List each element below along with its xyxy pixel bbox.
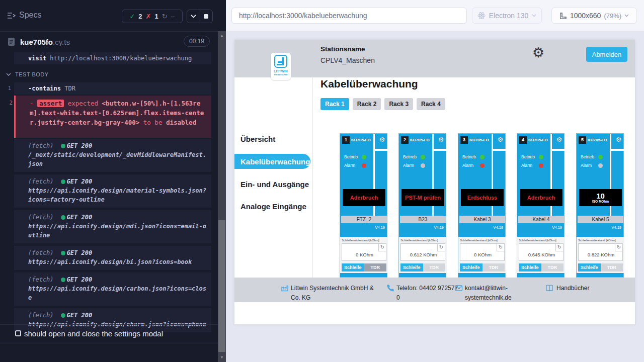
refresh-icon[interactable]: ↻ — [378, 244, 386, 251]
device-card-2: 2 KÜ705-FO ⚙ Betrieb Alarm PST-M prüfen … — [398, 133, 446, 278]
sidebar-item-kabelueberwachung[interactable]: Kabelüberwachung — [234, 154, 310, 169]
command-visit[interactable]: 1 visit http://localhost:3000/kabelueber… — [14, 52, 211, 64]
fetch-label: (fetch) — [28, 142, 54, 149]
book-icon — [545, 284, 553, 292]
collapse-button[interactable] — [187, 10, 200, 23]
spec-name: kue705fo — [20, 38, 53, 46]
page-title: Kabelüberwachung — [320, 78, 418, 90]
card-gear-icon[interactable]: ⚙ — [553, 136, 565, 143]
browser-name: Electron 130 — [489, 12, 529, 20]
app-footer: Littwin Systemtechnik GmbH & Co. KG Tele… — [234, 278, 635, 302]
sidebar-item-uebersicht[interactable]: Übersicht — [240, 135, 275, 143]
alarm-led — [362, 163, 366, 168]
tab-rack-3[interactable]: Rack 3 — [384, 98, 413, 110]
schleife-button[interactable]: Schleife — [578, 263, 601, 272]
network-log: (fetch)GET 200 /_next/static/development… — [14, 139, 211, 335]
betrieb-led — [598, 155, 603, 159]
assert-dash: - — [30, 100, 34, 107]
pending-test-row[interactable]: should open and close the settings modal — [0, 325, 218, 343]
tdr-button[interactable]: TDR — [423, 263, 446, 272]
fetch-log-row[interactable]: (fetch)GET 200 https://api.iconify.desig… — [14, 174, 211, 208]
pending-count: -- — [171, 13, 175, 20]
reporter-scrollbar[interactable]: ▴ ▾ — [218, 31, 226, 362]
command-assert-failed[interactable]: 2 - assert expected <button.w-[50%].h-[1… — [14, 96, 211, 138]
fetch-label: (fetch) — [28, 312, 54, 319]
fetch-log-row[interactable]: (fetch)GET 200 https://api.iconify.desig… — [14, 273, 211, 306]
card-gear-icon[interactable]: ⚙ — [435, 136, 447, 143]
command-number: 2 — [6, 98, 13, 108]
test-body-label: TEST BODY — [15, 71, 49, 77]
schleife-button[interactable]: Schleife — [519, 263, 541, 272]
schleife-button[interactable]: Schleife — [400, 263, 423, 272]
display-text: 10 — [596, 192, 605, 200]
tdr-button[interactable]: TDR — [364, 263, 387, 272]
alarm-label: Alarm — [581, 163, 595, 168]
slot-number-badge: 4 — [519, 136, 527, 144]
tdr-button[interactable]: TDR — [482, 263, 505, 272]
device-card-4: 4 KÜ705-FO ⚙ Betrieb Alarm Aderbruch Kab… — [517, 133, 565, 278]
display-text: Aderbruch — [527, 195, 555, 201]
measurement-panel: Schleifenwiderstand [kOhm] ↻ 0 KOhm Schl… — [340, 237, 388, 273]
viewport-size: 1000x660 — [570, 12, 601, 20]
device-card-3: 3 KÜ705-FO ⚙ Betrieb Alarm Erdschluss Ka… — [458, 133, 506, 278]
specs-menu-icon[interactable] — [7, 12, 16, 22]
tdr-button[interactable]: TDR — [541, 263, 564, 272]
command-name: visit — [28, 55, 46, 62]
footer-manuals-link[interactable]: Handbücher — [556, 284, 589, 293]
cable-label: B23 — [400, 216, 446, 223]
tab-rack-1[interactable]: Rack 1 — [320, 98, 349, 110]
alarm-led — [598, 163, 603, 168]
scroll-down-icon[interactable]: ▾ — [218, 354, 226, 361]
schleife-button[interactable]: Schleife — [460, 263, 482, 272]
tab-rack-2[interactable]: Rack 2 — [353, 98, 381, 110]
refresh-icon[interactable]: ↻ — [555, 244, 563, 251]
card-gear-icon[interactable]: ⚙ — [495, 136, 506, 143]
tab-rack-4[interactable]: Rack 4 — [417, 98, 445, 110]
test-body-section[interactable]: TEST BODY — [6, 69, 49, 79]
fetch-log-row[interactable]: (fetch)GET 200 https://api.iconify.desig… — [14, 210, 211, 243]
tdr-button[interactable]: TDR — [601, 263, 623, 272]
scroll-up-icon[interactable]: ▴ — [218, 32, 226, 39]
browser-select[interactable]: Electron 130 — [472, 8, 542, 24]
scrollbar-thumb[interactable] — [218, 220, 225, 352]
fetch-log-row[interactable]: (fetch)GET 200 /_next/static/development… — [14, 139, 211, 172]
spec-file-row[interactable]: kue705fo.cy.ts 00:19 — [0, 32, 218, 53]
stop-icon — [204, 14, 208, 19]
card-gear-icon[interactable]: ⚙ — [376, 136, 388, 143]
settings-gear-icon[interactable]: ⚙ — [532, 46, 544, 59]
fetch-status: GET 200 — [67, 249, 93, 256]
betrieb-led — [539, 155, 543, 159]
betrieb-label: Betrieb — [521, 154, 536, 159]
fetch-url: /_next/static/development/_devMiddleware… — [28, 150, 206, 168]
logout-button[interactable]: Abmelden — [586, 47, 627, 62]
resistance-value-box: ↻ 0.612 KOhm — [400, 243, 445, 261]
sidebar-item-analoge-eingaenge[interactable]: Analoge Eingänge — [240, 202, 306, 211]
command-name: -contains — [28, 85, 61, 92]
stop-button[interactable] — [200, 10, 213, 23]
card-gear-icon[interactable]: ⚙ — [613, 136, 624, 143]
refresh-icon[interactable]: ↻ — [437, 244, 445, 251]
url-input[interactable] — [232, 8, 466, 23]
schleife-button[interactable]: Schleife — [342, 263, 364, 272]
command-contains[interactable]: 1 -contains TDR — [14, 82, 211, 95]
failed-icon: ✗ — [146, 13, 151, 20]
device-display: Aderbruch — [343, 189, 385, 206]
fetch-log-row[interactable]: (fetch)GET 200 https://api.iconify.desig… — [14, 246, 211, 270]
chevron-down-icon — [532, 14, 536, 17]
betrieb-label: Betrieb — [403, 154, 418, 159]
fetch-status: GET 200 — [67, 178, 93, 185]
refresh-icon[interactable]: ↻ — [615, 244, 622, 251]
fetch-url: https://api.iconify.design/carbon.json?i… — [28, 284, 206, 302]
refresh-icon[interactable]: ↻ — [497, 244, 504, 251]
viewport-select[interactable]: 1000x660 (79%) — [551, 8, 637, 24]
spec-file-icon — [8, 37, 15, 48]
pending-icon: ↻ — [162, 13, 168, 20]
chevron-down-icon — [6, 73, 11, 76]
chevron-down-icon — [191, 15, 196, 18]
specs-title[interactable]: Specs — [19, 11, 41, 20]
resistance-label: Schleifenwiderstand [kOhm] — [578, 239, 616, 242]
sidebar-item-ein-und-ausgaenge[interactable]: Ein- und Ausgänge — [240, 180, 309, 189]
betrieb-label: Betrieb — [344, 154, 359, 159]
fetch-label: (fetch) — [28, 214, 54, 221]
resistance-value-box: ↻ 0 KOhm — [342, 243, 386, 261]
